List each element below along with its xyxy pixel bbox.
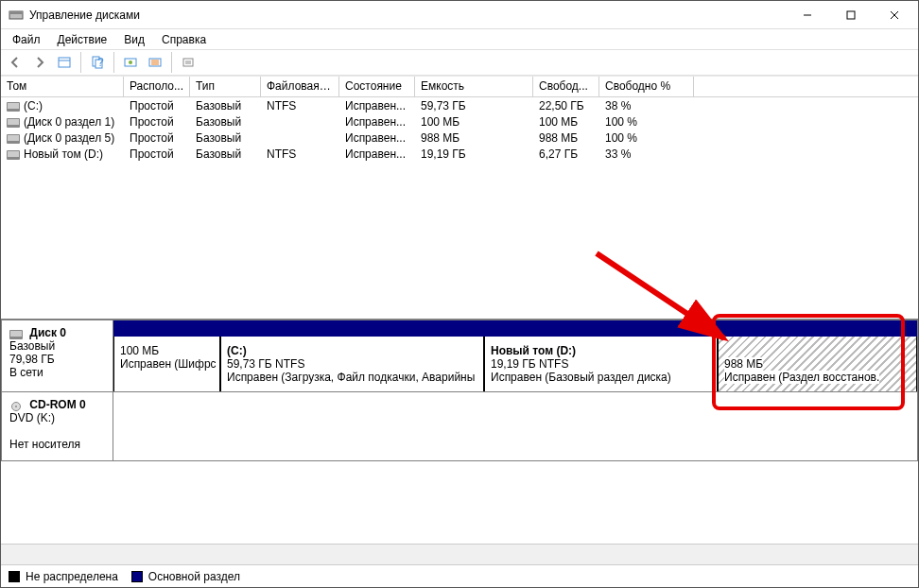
col-volume[interactable]: Том <box>1 77 124 96</box>
svg-point-31 <box>15 406 17 407</box>
toolbar: ? <box>1 49 918 76</box>
back-button[interactable] <box>5 52 26 73</box>
disk-0-name: Диск 0 <box>29 326 66 339</box>
disk-0-state: В сети <box>9 366 43 379</box>
cdrom-name: CD-ROM 0 <box>29 398 85 411</box>
menu-action[interactable]: Действие <box>50 31 115 48</box>
svg-rect-29 <box>10 331 22 337</box>
svg-rect-27 <box>8 151 19 157</box>
svg-point-12 <box>129 61 132 64</box>
partition-3-status: Исправен (Раздел восстанов. <box>724 371 879 384</box>
partition-1-status: Исправен (Загрузка, Файл подкачки, Авари… <box>227 371 477 384</box>
maximize-button[interactable] <box>829 1 873 28</box>
forward-button[interactable] <box>29 52 50 73</box>
window-title: Управление дисками <box>29 9 786 22</box>
svg-rect-3 <box>847 11 855 19</box>
legend-primary: Основной раздел <box>148 570 240 583</box>
col-layout[interactable]: Располо... <box>124 77 190 96</box>
svg-rect-6 <box>59 58 70 67</box>
menu-view[interactable]: Вид <box>116 31 152 48</box>
disk-icon <box>9 329 23 338</box>
legend-swatch-unallocated <box>9 571 20 582</box>
list-button[interactable] <box>145 52 165 73</box>
disk-0-label: Диск 0 Базовый 79,98 ГБ В сети <box>2 320 113 391</box>
col-freepct[interactable]: Свободно % <box>599 77 694 96</box>
table-row[interactable]: (C:)ПростойБазовыйNTFSИсправен...59,73 Г… <box>1 97 918 113</box>
disk-graphical-pane: Диск 0 Базовый 79,98 ГБ В сети 100 МБ Ис… <box>1 320 918 461</box>
volume-list-pane: Том Располо... Тип Файловая с... Состоян… <box>1 76 918 320</box>
table-row[interactable]: (Диск 0 раздел 5)ПростойБазовыйИсправен.… <box>1 130 918 146</box>
table-row[interactable]: Новый том (D:)ПростойБазовыйNTFSИсправен… <box>1 146 918 162</box>
col-capacity[interactable]: Емкость <box>415 77 533 96</box>
partition-0-size: 100 МБ <box>120 344 214 357</box>
partition-0-status: Исправен (Шифрс <box>120 357 214 371</box>
partition-1-title: (C:) <box>227 344 477 357</box>
volume-rows: (C:)ПростойБазовыйNTFSИсправен...59,73 Г… <box>1 97 918 162</box>
cdrom-label: CD-ROM 0 DVD (K:) Нет носителя <box>2 392 113 460</box>
partition-1[interactable]: (C:) 59,73 ГБ NTFS Исправен (Загрузка, Ф… <box>220 337 484 391</box>
refresh-button[interactable]: ? <box>87 52 108 73</box>
col-status[interactable]: Состояние <box>339 77 415 96</box>
properties-button[interactable] <box>178 52 199 73</box>
partition-1-size: 59,73 ГБ NTFS <box>227 357 477 371</box>
svg-rect-23 <box>8 119 19 125</box>
legend: Не распределена Основной раздел <box>1 564 918 587</box>
svg-rect-1 <box>9 11 23 14</box>
partition-2-title: Новый том (D:) <box>491 344 711 357</box>
partition-2-size: 19,19 ГБ NTFS <box>491 357 711 371</box>
partition-2-status: Исправен (Базовый раздел диска) <box>491 371 711 384</box>
disk-0-size: 79,98 ГБ <box>9 353 55 366</box>
titlebar: Управление дисками <box>1 1 918 29</box>
close-button[interactable] <box>873 1 916 28</box>
show-hide-button[interactable] <box>54 52 75 73</box>
partition-0[interactable]: 100 МБ Исправен (Шифрс <box>113 337 220 391</box>
legend-swatch-primary <box>131 571 143 582</box>
col-type[interactable]: Тип <box>190 77 261 96</box>
disk-0-type: Базовый <box>9 339 55 353</box>
svg-rect-17 <box>183 59 193 66</box>
disk-0-header-bar <box>113 320 917 337</box>
col-fs[interactable]: Файловая с... <box>261 77 339 96</box>
settings-button[interactable] <box>120 52 141 73</box>
partition-3-size: 988 МБ <box>724 357 763 371</box>
statusbar <box>1 544 918 564</box>
menu-help[interactable]: Справка <box>154 31 214 48</box>
svg-rect-21 <box>8 103 19 109</box>
menu-file[interactable]: Файл <box>5 31 48 48</box>
disk-0-block[interactable]: Диск 0 Базовый 79,98 ГБ В сети 100 МБ Ис… <box>1 320 918 392</box>
column-headers: Том Располо... Тип Файловая с... Состоян… <box>1 76 918 97</box>
legend-unallocated: Не распределена <box>26 570 118 583</box>
partition-3-recovery[interactable]: 988 МБ Исправен (Раздел восстанов. <box>718 337 917 391</box>
partition-2[interactable]: Новый том (D:) 19,19 ГБ NTFS Исправен (Б… <box>484 337 718 391</box>
col-free[interactable]: Свобод... <box>533 77 599 96</box>
minimize-button[interactable] <box>786 1 829 28</box>
cdrom-icon <box>9 401 23 410</box>
menubar: Файл Действие Вид Справка <box>1 29 918 49</box>
app-icon <box>9 8 24 23</box>
cdrom-state: Нет носителя <box>9 438 80 451</box>
cdrom-block[interactable]: CD-ROM 0 DVD (K:) Нет носителя <box>1 391 918 461</box>
cdrom-sub: DVD (K:) <box>9 411 55 424</box>
svg-text:?: ? <box>97 56 104 69</box>
table-row[interactable]: (Диск 0 раздел 1)ПростойБазовыйИсправен.… <box>1 113 918 130</box>
svg-rect-25 <box>8 135 19 141</box>
